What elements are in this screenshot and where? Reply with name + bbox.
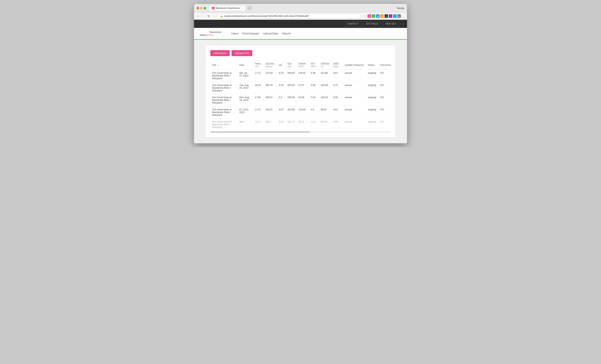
table-cell: ongoing <box>366 106 378 119</box>
table-cell: 9.61 <box>331 106 343 119</box>
extension-8-icon[interactable]: ◈ <box>397 14 401 18</box>
th-status[interactable]: Status <box>366 61 378 70</box>
upload-csv-button[interactable]: Upload CSV <box>231 50 252 56</box>
action-buttons: Add record Upload CSV <box>210 50 391 56</box>
contact-button[interactable]: CONTACT <box>344 21 361 26</box>
table-cell: annual <box>343 82 366 94</box>
table-cell: Tue, Aug 20, 2013 <box>237 82 253 94</box>
tab-close-button[interactable]: ✕ <box>241 7 243 10</box>
add-record-button[interactable]: Add record <box>210 50 230 56</box>
th-freq[interactable]: Update Frequency <box>343 61 366 70</box>
extension-3-icon[interactable]: ◉ <box>376 14 380 18</box>
logo-mackenzie-text: Mackenzie <box>210 30 221 33</box>
maximize-button[interactable] <box>204 7 206 9</box>
table-cell: 0.6 <box>309 106 319 119</box>
table-cell: annual <box>343 94 366 106</box>
signout-arrow-button[interactable]: › <box>399 21 403 26</box>
table-cell: 100.33 <box>319 94 331 106</box>
nav-find-datasets[interactable]: Find Datasets <box>242 32 259 35</box>
table-cell: Fort Good Hope at Mackenzie River / Ramp… <box>210 70 237 82</box>
nav-about[interactable]: About ▾ <box>282 32 291 35</box>
table-cell: 9.98 <box>331 119 343 131</box>
extension-5-icon[interactable]: ⊡ <box>385 14 388 18</box>
browser-user: Tamara <box>397 7 404 10</box>
table-cell: 116.49 <box>296 106 309 119</box>
table-cell: Sat, Jul 27, 2013 <box>237 70 253 82</box>
th-spcond[interactable]: SpCond(μS/cm) <box>263 61 277 70</box>
minimize-button[interactable] <box>200 7 202 9</box>
table-cell: 335.85 <box>285 82 296 94</box>
th-temp[interactable]: Temp(oC) <box>253 61 263 70</box>
th-turbid[interactable]: Turbid+(NTU) <box>296 61 309 70</box>
address-bar[interactable]: 🔒 mackenziedatastream.ca/#/themes/sonde/… <box>218 14 361 18</box>
table-cell: 55.71 <box>296 119 309 131</box>
table-cell: Fort Good Hope at Mackenzie River / Ramp… <box>210 94 237 106</box>
table-cell: 9.56 <box>331 94 343 106</box>
forward-button[interactable]: › <box>201 14 205 18</box>
th-chl[interactable]: Chl(RFU) <box>309 61 319 70</box>
extension-7-icon[interactable]: T <box>393 14 397 18</box>
table-cell: Fort Good Hope at Mackenzie River / Ramp… <box>210 82 237 94</box>
logo-stream-part: Stream <box>205 33 213 36</box>
table-cell: ongoing <box>366 70 378 82</box>
th-site[interactable]: Site ▲ <box>210 61 237 70</box>
signout-button[interactable]: SIGN OUT <box>383 21 399 26</box>
table-cell: ongoing <box>366 82 378 94</box>
table-cell: 0.45 <box>309 94 319 106</box>
table-cell: 8.09 <box>277 119 285 131</box>
settings-button[interactable]: SETTINGS <box>363 21 381 26</box>
site-topbar: CONTACT SETTINGS SIGN OUT › <box>194 20 407 28</box>
home-button[interactable]: ⌂ <box>212 14 216 18</box>
table-cell: YSI <box>378 119 391 131</box>
table-cell: YSI <box>378 94 391 106</box>
site-header: Mackenzie DataStream Home Find Datasets … <box>194 28 407 40</box>
table-cell: 99.09 <box>319 119 331 131</box>
extension-4-icon[interactable]: ⊕ <box>380 14 384 18</box>
table-cell: 17.66 <box>253 94 263 106</box>
horizontal-scrollbar[interactable] <box>210 131 391 133</box>
table-cell: 280.76 <box>263 82 277 94</box>
extension-6-icon[interactable]: ⬡ <box>389 14 392 18</box>
table-cell: 274.54 <box>263 70 277 82</box>
nav-home[interactable]: Home <box>231 32 238 35</box>
refresh-button[interactable]: ↻ <box>207 14 211 18</box>
table-cell: ongoing <box>366 94 378 106</box>
url-text: mackenziedatastream.ca/#/themes/sonde/73… <box>224 15 358 17</box>
site-main: Add record Upload CSV Site ▲ Date Tem <box>194 40 407 143</box>
data-table-wrapper: Site ▲ Date Temp(oC) SpCond(μS/cm) pH <box>210 61 391 133</box>
th-odosat[interactable]: ODOsat(%) <box>319 61 331 70</box>
extension-2-icon[interactable]: G <box>372 14 375 18</box>
table-cell: 100.48 <box>319 82 331 94</box>
table-cell: 101.96 <box>319 70 331 82</box>
table-cell: 8.32 <box>277 82 285 94</box>
content-card: Add record Upload CSV Site ▲ Date Tem <box>206 45 395 137</box>
nav-upload-data[interactable]: Upload Data <box>263 32 278 35</box>
table-cell: 9.72 <box>331 82 343 94</box>
table-cell: YSI <box>378 106 391 119</box>
new-tab-button[interactable]: + <box>247 6 252 10</box>
th-ph[interactable]: pH <box>277 61 285 70</box>
site-logo: Mackenzie DataStream <box>200 30 221 36</box>
site-nav: Home Find Datasets Upload Data About ▾ <box>231 32 291 35</box>
lock-icon: 🔒 <box>220 15 223 17</box>
th-instr[interactable]: Instrumentation Type <box>378 61 391 70</box>
logo-datastream-text: DataStream <box>200 33 213 36</box>
close-button[interactable] <box>197 7 199 9</box>
table-cell: 17.21 <box>253 70 263 82</box>
nav-about-label: About <box>282 32 289 35</box>
table-cell: 335.71 <box>285 119 296 131</box>
table-cell: Fri, Jul 5, 2013 <box>237 106 253 119</box>
table-cell: annual <box>343 106 366 119</box>
extension-1-icon[interactable]: D <box>368 14 371 18</box>
back-button[interactable]: ‹ <box>196 14 200 18</box>
table-cell: YSI <box>378 70 391 82</box>
th-date[interactable]: Date <box>237 61 253 70</box>
table-cell: 0.45 <box>309 82 319 94</box>
more-menu-icon[interactable]: ⋮ <box>401 14 405 18</box>
th-orp[interactable]: Orp(mV) <box>285 61 296 70</box>
tab-title: Mackenzie DataStream <box>216 7 240 10</box>
bookmark-icon[interactable]: ☆ <box>363 14 367 18</box>
sort-icon: ▲ <box>217 64 219 66</box>
browser-tab[interactable]: D Mackenzie DataStream ✕ <box>210 6 245 10</box>
th-odo[interactable]: ODO(mg/L) <box>331 61 343 70</box>
